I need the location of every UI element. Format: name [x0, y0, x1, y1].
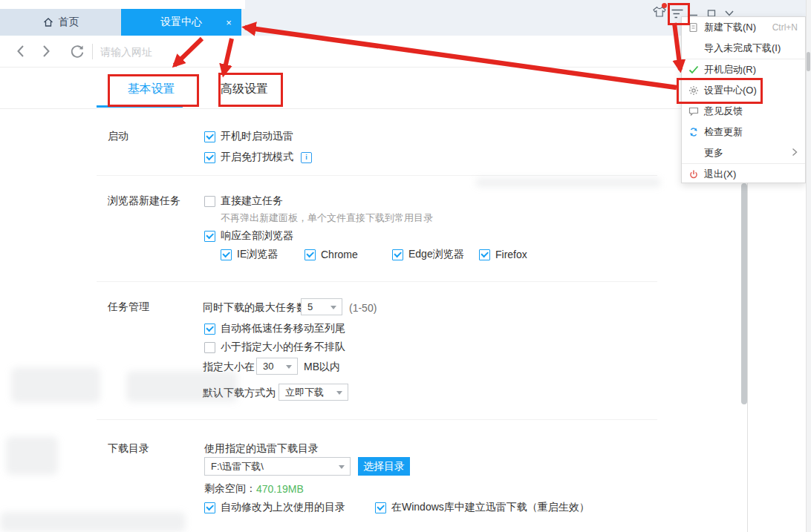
nav-divider — [92, 44, 93, 59]
menu-item-autostart[interactable]: 开机启动(R) — [682, 59, 805, 80]
checkbox[interactable] — [204, 231, 215, 242]
option-dnd-mode[interactable]: 开启免打扰模式 i — [204, 151, 312, 164]
option-move-slow-tasks[interactable]: 自动将低速任务移动至列尾 — [204, 322, 345, 335]
max-tasks-dropdown[interactable]: 5 — [301, 298, 342, 315]
field-label: 同时下载的最大任务数 — [203, 301, 307, 315]
option-label: 自动修改为上次使用的目录 — [221, 501, 345, 514]
watermark-blob — [475, 178, 661, 187]
checkbox[interactable] — [204, 342, 215, 353]
empty-icon-slot — [688, 43, 699, 54]
tab-settings-center[interactable]: 设置中心 × — [121, 9, 241, 36]
max-tasks-label: 同时下载的最大任务数 — [203, 301, 307, 315]
window-scrollbar-track[interactable] — [806, 0, 811, 532]
option-label: 小于指定大小的任务不排队 — [221, 341, 345, 354]
url-input[interactable] — [99, 42, 414, 62]
dropdown-value: 5 — [307, 301, 313, 312]
refresh-icon[interactable] — [69, 43, 85, 62]
choose-directory-button[interactable]: 选择目录 — [358, 457, 410, 476]
option-browser-chrome[interactable]: Chrome — [304, 248, 358, 261]
option-respond-all-browsers[interactable]: 响应全部浏览器 — [204, 229, 293, 243]
refresh-icon — [688, 127, 699, 138]
option-browser-ie[interactable]: IE浏览器 — [221, 248, 278, 261]
annotation-box-menu-icon — [668, 3, 690, 25]
option-windows-library[interactable]: 在Windows库中建立迅雷下载（重启生效） — [375, 501, 590, 514]
option-label: Chrome — [321, 249, 358, 260]
option-label: 开机时启动迅雷 — [221, 130, 293, 143]
menu-item-new-download[interactable]: 新建下载(N) Ctrl+N — [682, 17, 805, 38]
annotation-box-basic-tab — [108, 74, 199, 107]
checkbox[interactable] — [204, 502, 215, 513]
menu-item-import-unfinished[interactable]: 导入未完成下载(I) — [682, 38, 805, 59]
option-description: 不再弹出新建面板，单个文件直接下载到常用目录 — [221, 211, 433, 225]
section-label-browser: 浏览器新建任务 — [108, 194, 180, 208]
section-divider — [97, 175, 657, 176]
empty-icon-slot — [688, 148, 699, 159]
feedback-icon — [688, 106, 699, 117]
option-browser-edge[interactable]: Edge浏览器 — [392, 248, 464, 261]
menu-item-label: 更多 — [704, 146, 723, 160]
option-label: Edge浏览器 — [408, 248, 464, 261]
option-label: 在Windows库中建立迅雷下载（重启生效） — [391, 501, 590, 514]
use-directory-label: 使用指定的迅雷下载目录 — [204, 442, 319, 456]
option-label: 响应全部浏览器 — [221, 229, 293, 243]
forward-icon[interactable] — [41, 45, 51, 61]
tab-settings-label: 设置中心 — [160, 16, 202, 29]
section-label-directory: 下载目录 — [108, 442, 149, 456]
range-hint: (1-50) — [349, 302, 377, 314]
menu-item-label: 开机启动(R) — [704, 63, 756, 76]
option-direct-task[interactable]: 直接建立任务 — [204, 194, 283, 208]
checkbox[interactable] — [375, 502, 386, 513]
menu-item-more[interactable]: 更多 — [682, 142, 805, 163]
back-icon[interactable] — [16, 45, 26, 61]
size-limit-unit: MB以内 — [304, 361, 340, 374]
check-icon — [688, 65, 699, 76]
menu-item-label: 导入未完成下载(I) — [704, 42, 781, 55]
tab-home-label: 首页 — [59, 16, 79, 29]
checkbox[interactable] — [204, 152, 215, 163]
checkbox[interactable] — [479, 249, 490, 260]
dropdown-value: 30 — [263, 361, 273, 372]
section-divider — [97, 419, 657, 420]
option-use-last-directory[interactable]: 自动修改为上次使用的目录 — [204, 501, 345, 514]
tab-home[interactable]: 首页 — [0, 9, 121, 36]
field-label: MB以内 — [304, 361, 340, 374]
dropdown-value: F:\迅雷下载\ — [211, 460, 264, 473]
annotation-box-advanced-tab — [218, 73, 283, 107]
default-mode-dropdown[interactable]: 立即下载 — [279, 384, 348, 401]
option-autostart[interactable]: 开机时启动迅雷 — [204, 130, 293, 143]
section-label-tasks: 任务管理 — [108, 301, 149, 314]
option-label: Firefox — [495, 249, 527, 260]
info-icon[interactable]: i — [301, 152, 312, 163]
submenu-chevron-icon — [792, 148, 798, 159]
content-scrollbar-thumb[interactable] — [741, 183, 747, 404]
menu-item-label: 退出(X) — [704, 168, 736, 181]
menu-item-exit[interactable]: 退出(X) — [682, 164, 805, 185]
watermark-blob — [126, 371, 238, 402]
checkbox[interactable] — [221, 249, 232, 260]
option-label: IE浏览器 — [237, 248, 278, 261]
size-limit-dropdown[interactable]: 30 — [256, 358, 298, 375]
menu-item-feedback[interactable]: 意见反馈 — [682, 101, 805, 122]
download-path-dropdown[interactable]: F:\迅雷下载\ — [204, 457, 351, 476]
checkbox[interactable] — [204, 196, 215, 207]
checkbox[interactable] — [304, 249, 316, 260]
free-space-label: 剩余空间： — [204, 482, 256, 496]
checkbox[interactable] — [204, 131, 215, 142]
menu-item-check-update[interactable]: 检查更新 — [682, 122, 805, 142]
option-small-no-queue[interactable]: 小于指定大小的任务不排队 — [204, 341, 345, 354]
notification-dot — [662, 3, 667, 8]
window-scrollbar-thumb[interactable] — [807, 52, 810, 71]
free-space-row: 剩余空间： 470.19MB — [204, 482, 304, 496]
option-browser-firefox[interactable]: Firefox — [479, 248, 527, 261]
tab-close-icon[interactable]: × — [222, 16, 235, 29]
menu-item-label: 检查更新 — [704, 125, 743, 139]
menu-shortcut: Ctrl+N — [772, 22, 798, 33]
section-divider — [97, 281, 657, 282]
menu-item-label: 新建下载(N) — [704, 21, 756, 34]
home-icon — [42, 16, 54, 28]
checkbox[interactable] — [392, 249, 403, 260]
max-tasks-range: (1-50) — [349, 301, 377, 315]
titlebar-top-strip — [0, 0, 245, 9]
watermark-blob — [6, 436, 58, 475]
checkbox[interactable] — [204, 324, 215, 335]
